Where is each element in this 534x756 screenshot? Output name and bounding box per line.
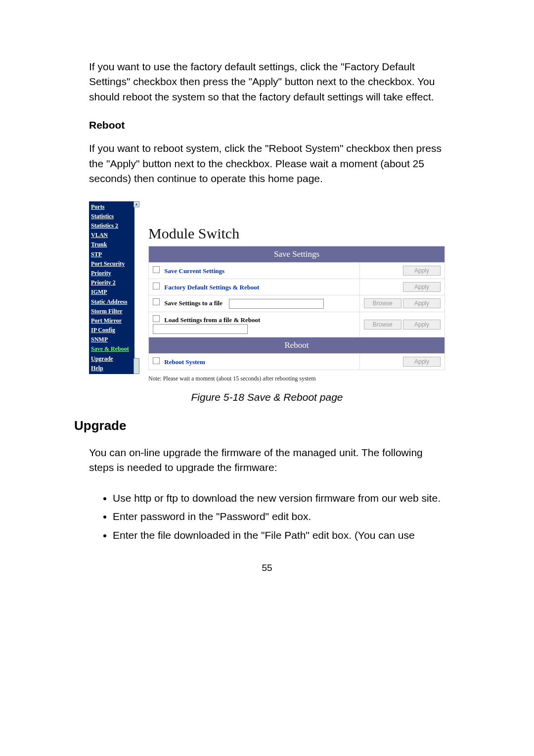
heading-upgrade: Upgrade bbox=[74, 418, 445, 433]
sidebar-item-static-address[interactable]: Static Address bbox=[89, 297, 134, 307]
file-input-load[interactable] bbox=[153, 324, 248, 334]
list-item: Use http or ftp to download the new vers… bbox=[113, 490, 445, 506]
sidebar-item-ports[interactable]: Ports bbox=[89, 202, 134, 212]
figure-caption: Figure 5-18 Save & Reboot page bbox=[89, 391, 445, 403]
label-save-to-file: Save Settings to a file bbox=[164, 299, 222, 307]
reboot-note: Note: Please wait a moment (about 15 sec… bbox=[148, 375, 445, 382]
apply-button-factory-default[interactable]: Apply bbox=[403, 282, 441, 292]
label-save-current: Save Current Settings bbox=[164, 267, 224, 275]
apply-button-save-to-file[interactable]: Apply bbox=[403, 298, 441, 308]
apply-button-reboot[interactable]: Apply bbox=[403, 357, 441, 367]
checkbox-reboot-system[interactable] bbox=[153, 357, 160, 364]
apply-button-load-from-file[interactable]: Apply bbox=[403, 320, 441, 330]
list-item: Enter the file downloaded in the "File P… bbox=[113, 527, 445, 543]
sidebar-item-stp[interactable]: STP bbox=[89, 250, 134, 259]
reboot-header: Reboot bbox=[149, 337, 445, 353]
sidebar-item-port-security[interactable]: Port Security bbox=[89, 259, 134, 269]
sidebar-item-priority-2[interactable]: Priority 2 bbox=[89, 278, 134, 287]
paragraph-factory-default: If you want to use the factory default s… bbox=[89, 59, 445, 104]
label-factory-default: Factory Default Settings & Reboot bbox=[164, 284, 259, 291]
list-item: Enter password in the "Password" edit bo… bbox=[113, 509, 445, 524]
sidebar-item-igmp[interactable]: IGMP bbox=[89, 287, 134, 297]
sidebar-item-help[interactable]: Help bbox=[89, 364, 134, 373]
save-reboot-screenshot: ▲ PortsStatisticsStatistics 2VLANTrunkST… bbox=[89, 201, 445, 382]
sidebar-item-ip-config[interactable]: IP Config bbox=[89, 326, 134, 335]
checkbox-save-current[interactable] bbox=[153, 266, 160, 273]
label-reboot-system: Reboot System bbox=[164, 358, 205, 366]
page-number: 55 bbox=[89, 563, 445, 573]
sidebar-item-save-reboot[interactable]: Save & Reboot bbox=[89, 344, 134, 354]
sidebar-item-vlan[interactable]: VLAN bbox=[89, 231, 134, 240]
paragraph-upgrade-intro: You can on-line upgrade the firmware of … bbox=[89, 445, 445, 475]
sidebar-item-port-mirror[interactable]: Port Mirror bbox=[89, 316, 134, 326]
content-pane: Module Switch Save Settings Save Current… bbox=[134, 201, 445, 382]
page-title: Module Switch bbox=[148, 225, 445, 242]
sidebar-item-statistics-2[interactable]: Statistics 2 bbox=[89, 221, 134, 231]
file-input-save[interactable] bbox=[229, 299, 324, 309]
upgrade-steps-list: Use http or ftp to download the new vers… bbox=[99, 490, 445, 543]
browse-button-load[interactable]: Browse bbox=[364, 320, 401, 330]
checkbox-save-to-file[interactable] bbox=[153, 298, 160, 305]
sidebar-item-upgrade[interactable]: Upgrade bbox=[89, 354, 134, 364]
heading-reboot: Reboot bbox=[89, 119, 445, 131]
checkbox-factory-default[interactable] bbox=[153, 283, 160, 289]
sidebar-nav: PortsStatisticsStatistics 2VLANTrunkSTPP… bbox=[89, 201, 134, 374]
apply-button-save-current[interactable]: Apply bbox=[403, 266, 441, 276]
browse-button-save[interactable]: Browse bbox=[364, 298, 401, 308]
sidebar-item-storm-filter[interactable]: Storm Filter bbox=[89, 307, 134, 316]
scroll-up-icon[interactable]: ▲ bbox=[134, 201, 139, 207]
sidebar-item-statistics[interactable]: Statistics bbox=[89, 212, 134, 221]
save-settings-header: Save Settings bbox=[149, 246, 445, 262]
sidebar-item-snmp[interactable]: SNMP bbox=[89, 335, 134, 344]
scrollbar-handle[interactable] bbox=[134, 358, 139, 374]
checkbox-load-from-file[interactable] bbox=[153, 315, 160, 322]
paragraph-reboot: If you want to reboot system, click the … bbox=[89, 141, 445, 186]
sidebar-item-trunk[interactable]: Trunk bbox=[89, 240, 134, 249]
label-load-from-file: Load Settings from a file & Reboot bbox=[164, 316, 260, 324]
save-settings-table: Save Settings Save Current Settings Appl… bbox=[148, 246, 445, 370]
sidebar-item-priority[interactable]: Priority bbox=[89, 269, 134, 278]
